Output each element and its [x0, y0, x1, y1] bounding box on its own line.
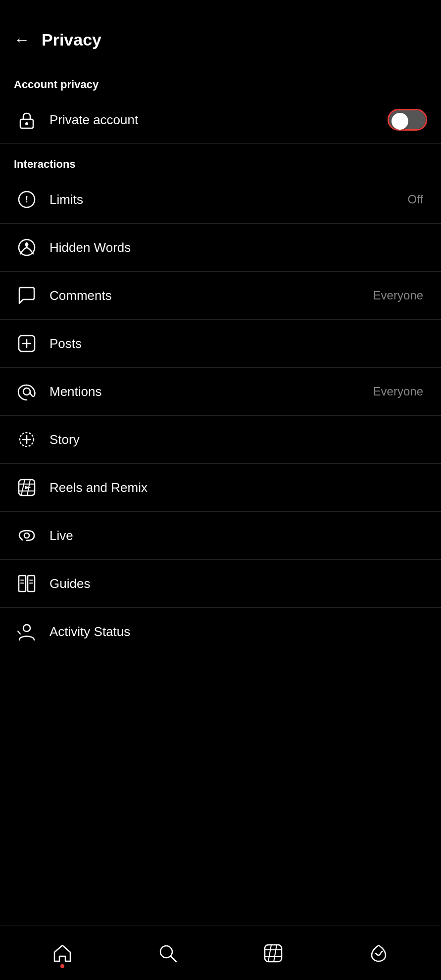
guides-icon — [14, 571, 40, 596]
page-title: Privacy — [42, 30, 101, 49]
live-label: Live — [49, 528, 423, 543]
interactions-section: Interactions ! Limits Off — [0, 144, 441, 655]
svg-point-14 — [24, 533, 29, 538]
nav-reels[interactable] — [252, 938, 294, 968]
reels-remix-menu-item[interactable]: Reels and Remix — [0, 464, 441, 511]
mentions-value: Everyone — [373, 385, 423, 398]
hidden-words-label: Hidden Words — [49, 240, 423, 255]
private-account-row[interactable]: Private account — [0, 96, 441, 144]
reels-remix-label: Reels and Remix — [49, 480, 423, 495]
svg-line-23 — [171, 956, 176, 962]
comments-icon — [14, 283, 40, 308]
hidden-words-icon — [14, 235, 40, 260]
limits-icon: ! — [14, 187, 40, 212]
back-arrow-icon: ← — [14, 32, 30, 48]
header: ← Privacy — [0, 0, 441, 64]
comments-menu-item[interactable]: Comments Everyone — [0, 272, 441, 319]
svg-point-21 — [23, 625, 30, 632]
activity-status-menu-item[interactable]: Activity Status — [0, 608, 441, 655]
bottom-nav — [0, 926, 441, 980]
lock-icon — [14, 107, 40, 133]
private-account-label: Private account — [49, 112, 388, 128]
limits-label: Limits — [49, 192, 407, 207]
guides-menu-item[interactable]: Guides — [0, 560, 441, 607]
story-label: Story — [49, 432, 423, 447]
limits-menu-item[interactable]: ! Limits Off — [0, 176, 441, 223]
story-menu-item[interactable]: Story — [0, 416, 441, 463]
guides-label: Guides — [49, 576, 423, 591]
posts-label: Posts — [49, 336, 423, 351]
svg-text:!: ! — [25, 195, 28, 204]
activity-status-label: Activity Status — [49, 624, 423, 639]
account-privacy-section: Account privacy Private account — [0, 64, 441, 144]
live-icon — [14, 523, 40, 548]
comments-value: Everyone — [373, 289, 423, 302]
content: Account privacy Private account — [0, 64, 441, 980]
back-button[interactable]: ← — [12, 30, 32, 49]
hidden-words-menu-item[interactable]: Hidden Words — [0, 224, 441, 271]
nav-home[interactable] — [42, 938, 83, 968]
activity-status-icon — [14, 619, 40, 644]
svg-rect-24 — [265, 945, 282, 962]
mentions-label: Mentions — [49, 384, 373, 399]
comments-label: Comments — [49, 288, 373, 303]
svg-point-1 — [25, 122, 28, 125]
limits-value: Off — [407, 193, 423, 206]
reels-icon — [14, 475, 40, 500]
private-account-toggle[interactable] — [388, 109, 427, 131]
mentions-menu-item[interactable]: Mentions Everyone — [0, 368, 441, 415]
story-icon — [14, 427, 40, 452]
mentions-icon — [14, 379, 40, 404]
toggle-thumb — [392, 113, 408, 130]
nav-activity[interactable] — [358, 938, 399, 968]
home-active-dot — [60, 964, 64, 968]
nav-search[interactable] — [147, 938, 189, 968]
live-menu-item[interactable]: Live — [0, 512, 441, 559]
posts-menu-item[interactable]: Posts — [0, 320, 441, 367]
svg-point-8 — [23, 388, 30, 395]
posts-icon — [14, 331, 40, 356]
interactions-heading: Interactions — [0, 144, 441, 176]
toggle-track — [389, 110, 426, 129]
account-privacy-heading: Account privacy — [0, 64, 441, 96]
